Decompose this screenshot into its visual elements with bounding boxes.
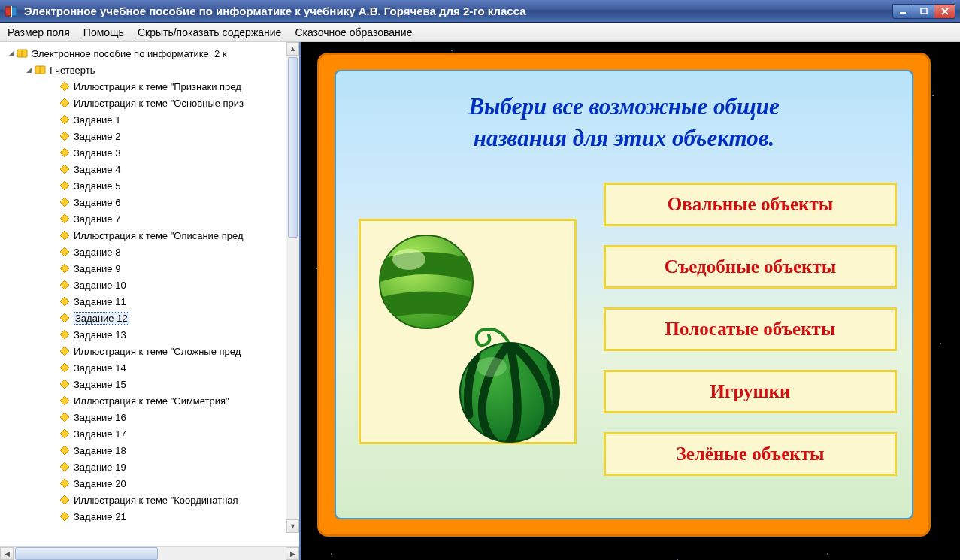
diamond-icon	[59, 197, 71, 207]
scroll-left-button[interactable]: ◀	[0, 547, 14, 560]
tree-item[interactable]: Задание 3	[0, 144, 299, 161]
svg-rect-2	[11, 6, 12, 17]
tree-item[interactable]: Задание 14	[0, 359, 299, 376]
tree-item-label: Иллюстрация к теме "Координатная	[74, 495, 238, 506]
option-toys[interactable]: Игрушки	[604, 370, 897, 413]
tree-item[interactable]: Задание 6	[0, 194, 299, 210]
tree-item[interactable]: Иллюстрация к теме "Координатная	[0, 492, 299, 508]
scroll-track[interactable]	[286, 56, 299, 519]
tree-item-label: Иллюстрация к теме "Сложные пред	[74, 346, 241, 357]
menubar: Размер поля Помощь Скрыть/показать содер…	[0, 23, 960, 42]
horizontal-scrollbar[interactable]: ◀ ▶	[0, 546, 299, 560]
tree-item[interactable]: Задание 4	[0, 161, 299, 177]
svg-marker-31	[60, 413, 69, 422]
tree-item[interactable]: Задание 11	[0, 293, 299, 310]
tree-item[interactable]: Иллюстрация к теме "Сложные пред	[0, 343, 299, 359]
svg-marker-30	[60, 396, 69, 405]
tree-item-label: Иллюстрация к теме "Признаки пред	[74, 81, 241, 92]
diamond-icon	[59, 147, 71, 158]
tree-item-label: Задание 19	[74, 462, 126, 473]
tree-root[interactable]: ◢ Электронное пособие по информатике. 2 …	[0, 45, 299, 62]
diamond-icon	[59, 329, 71, 340]
tree-item[interactable]: Задание 5	[0, 177, 299, 194]
tree-item[interactable]: Иллюстрация к теме "Симметрия"	[0, 392, 299, 409]
tree-item[interactable]: Задание 10	[0, 277, 299, 293]
svg-marker-27	[60, 347, 69, 356]
option-oval-objects[interactable]: Овальные объекты	[604, 183, 897, 226]
tree-quarter-label: I четверть	[50, 65, 95, 76]
scroll-up-button[interactable]: ▲	[286, 42, 299, 56]
tree-item[interactable]: Задание 19	[0, 459, 299, 475]
scroll-down-button[interactable]: ▼	[286, 519, 299, 533]
tree-item-label: Задание 18	[74, 445, 126, 456]
tree-item-label: Задание 10	[74, 280, 126, 291]
svg-marker-32	[60, 429, 69, 438]
close-button[interactable]	[934, 4, 955, 19]
diamond-icon	[59, 114, 71, 125]
diamond-icon	[59, 247, 71, 257]
tree-item-label: Задание 17	[74, 428, 126, 440]
minimize-button[interactable]	[892, 4, 913, 19]
tree-item[interactable]: Задание 9	[0, 260, 299, 277]
svg-marker-36	[60, 495, 69, 504]
collapse-icon[interactable]: ◢	[23, 66, 35, 74]
diamond-icon	[59, 478, 71, 489]
vertical-scrollbar[interactable]: ▲ ▼	[286, 42, 299, 533]
diamond-icon	[59, 98, 71, 108]
tree-item[interactable]: Иллюстрация к теме "Описание пред	[0, 227, 299, 244]
tree-item-label: Задание 21	[74, 511, 126, 522]
scroll-thumb[interactable]	[288, 57, 298, 238]
objects-display-box	[359, 219, 577, 444]
tree-item[interactable]: Иллюстрация к теме "Основные приз	[0, 95, 299, 111]
diamond-icon	[59, 495, 71, 505]
diamond-icon	[59, 313, 71, 323]
tree-item[interactable]: Задание 18	[0, 442, 299, 459]
tree-item-label: Задание 20	[74, 478, 126, 489]
diamond-icon	[59, 445, 71, 456]
tree-item-label: Задание 9	[74, 263, 120, 274]
tree-item-label: Задание 3	[74, 147, 120, 159]
diamond-icon	[59, 230, 71, 241]
diamond-icon	[59, 81, 71, 92]
task-panel: Выбери все возможные общие названия для …	[335, 70, 913, 519]
svg-marker-20	[60, 231, 69, 240]
tree-quarter[interactable]: ◢ I четверть	[0, 62, 299, 78]
tree-item[interactable]: Задание 2	[0, 128, 299, 144]
option-green-objects[interactable]: Зелёные объекты	[604, 432, 897, 476]
diamond-icon	[59, 346, 71, 356]
tree-item[interactable]: Задание 13	[0, 326, 299, 343]
tree-item[interactable]: Задание 12	[0, 310, 299, 326]
collapse-icon[interactable]: ◢	[5, 50, 17, 57]
tree-item-label: Задание 16	[74, 412, 126, 423]
tree-item[interactable]: Задание 8	[0, 244, 299, 260]
svg-marker-21	[60, 247, 69, 256]
tree-item[interactable]: Иллюстрация к теме "Признаки пред	[0, 78, 299, 95]
content-pane: Выбери все возможные общие названия для …	[299, 42, 960, 560]
tree-item[interactable]: Задание 16	[0, 409, 299, 425]
tree-item-label: Иллюстрация к теме "Симметрия"	[74, 395, 229, 407]
tree-item[interactable]: Задание 17	[0, 425, 299, 442]
svg-marker-18	[60, 198, 69, 207]
scroll-right-button[interactable]: ▶	[286, 547, 299, 560]
menu-fairy-education[interactable]: Сказочное образование	[295, 26, 412, 38]
option-striped-objects[interactable]: Полосатые объекты	[604, 307, 897, 351]
tree-item[interactable]: Задание 21	[0, 508, 299, 525]
svg-marker-24	[60, 297, 69, 306]
menu-toggle-contents[interactable]: Скрыть/показать содержание	[138, 26, 281, 38]
tree-item[interactable]: Задание 15	[0, 376, 299, 392]
svg-point-40	[392, 249, 425, 270]
diamond-icon	[59, 213, 71, 224]
tree-item[interactable]: Задание 20	[0, 475, 299, 492]
tree-item[interactable]: Задание 7	[0, 210, 299, 227]
option-edible-objects[interactable]: Съедобные объекты	[604, 245, 897, 289]
menu-field-size[interactable]: Размер поля	[8, 26, 70, 38]
tree-item-label: Задание 15	[74, 379, 126, 390]
maximize-button[interactable]	[913, 4, 934, 19]
titlebar: Электронное учебное пособие по информати…	[0, 0, 960, 23]
diamond-icon	[59, 131, 71, 141]
hscroll-thumb[interactable]	[15, 547, 158, 560]
svg-marker-33	[60, 446, 69, 455]
menu-help[interactable]: Помощь	[83, 26, 124, 38]
svg-rect-1	[11, 7, 17, 16]
tree-item[interactable]: Задание 1	[0, 111, 299, 128]
